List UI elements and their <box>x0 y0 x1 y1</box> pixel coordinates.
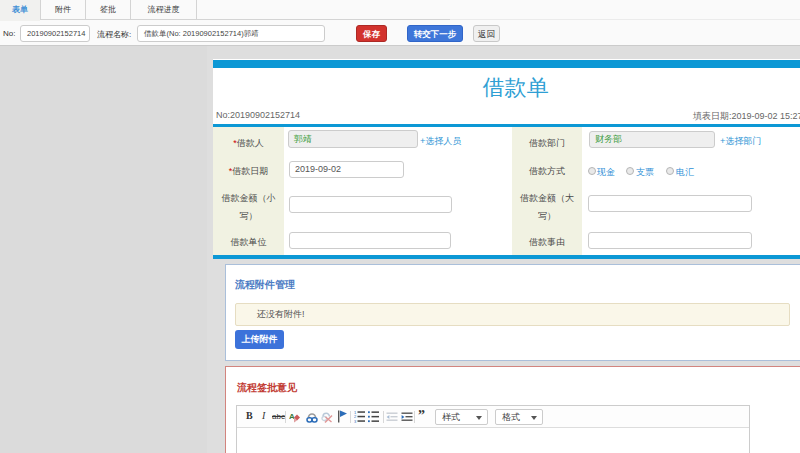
svg-text:3: 3 <box>354 419 357 423</box>
